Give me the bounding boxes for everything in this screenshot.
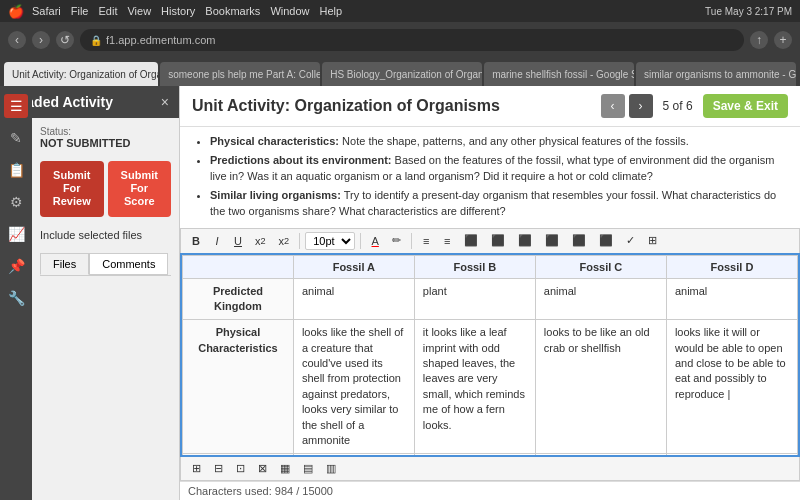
- table-container[interactable]: Fossil A Fossil B Fossil C Fossil D Pred…: [180, 253, 800, 458]
- bottom-table-btn-1[interactable]: ⊞: [187, 460, 206, 477]
- apple-icon: 🍎: [8, 4, 24, 19]
- instruction-1-text: Note the shape, patterns, and any other …: [339, 135, 689, 147]
- instruction-2-bold: Predictions about its environment:: [210, 154, 392, 166]
- cell-physical-a[interactable]: looks like the shell of a creature that …: [293, 320, 414, 454]
- cell-kingdom-d[interactable]: animal: [666, 278, 797, 320]
- align-right-button[interactable]: ⬛: [513, 232, 537, 249]
- underline-button[interactable]: U: [229, 233, 247, 249]
- sidebar-icon-clipboard[interactable]: 📋: [4, 158, 28, 182]
- files-tab[interactable]: Files: [40, 253, 89, 275]
- col-header-empty: [183, 255, 294, 278]
- sidebar-icon-menu[interactable]: ☰: [4, 94, 28, 118]
- toolbar-sep-3: [411, 233, 412, 249]
- next-page-button[interactable]: ›: [629, 94, 653, 118]
- toolbar-sep-2: [360, 233, 361, 249]
- status-section: Status: NOT SUBMITTED: [40, 126, 171, 149]
- indent-button[interactable]: ⬛: [567, 232, 591, 249]
- table-button[interactable]: ⊞: [643, 232, 662, 249]
- unordered-list-button[interactable]: ≡: [417, 233, 435, 249]
- row-label-physical: Physical Characteristics: [183, 320, 294, 454]
- prev-page-button[interactable]: ‹: [601, 94, 625, 118]
- share-button[interactable]: ↑: [750, 31, 768, 49]
- submit-for-score-button[interactable]: Submit ForScore: [108, 161, 172, 217]
- refresh-button[interactable]: ↺: [56, 31, 74, 49]
- menu-safari[interactable]: Safari: [32, 5, 61, 17]
- char-count-bar: Characters used: 984 / 15000: [180, 481, 800, 500]
- menu-file[interactable]: File: [71, 5, 89, 17]
- status-badge: NOT SUBMITTED: [40, 137, 171, 149]
- cell-kingdom-c[interactable]: animal: [535, 278, 666, 320]
- sidebar-icon-tool[interactable]: 🔧: [4, 286, 28, 310]
- align-left-button[interactable]: ⬛: [459, 232, 483, 249]
- nav-arrows: ‹ › 5 of 6 Save & Exit: [601, 94, 788, 118]
- sidebar-icon-pin[interactable]: 📌: [4, 254, 28, 278]
- editor-toolbar: B I U x2 x2 10pt 12pt 14pt A ✏ ≡ ≡ ⬛ ⬛ ⬛…: [180, 228, 800, 253]
- align-center-button[interactable]: ⬛: [486, 232, 510, 249]
- tab-3-label: marine shellfish fossil - Google Search: [492, 69, 634, 80]
- col-header-fossil-c: Fossil C: [535, 255, 666, 278]
- main-layout: ☰ ✎ 📋 ⚙ 📈 📌 🔧 Graded Activity × Status: …: [0, 86, 800, 500]
- browser-chrome: ‹ › ↺ 🔒 f1.app.edmentum.com ↑ +: [0, 22, 800, 58]
- bottom-table-btn-7[interactable]: ▥: [321, 460, 341, 477]
- outdent-button[interactable]: ⬛: [594, 232, 618, 249]
- col-header-fossil-b: Fossil B: [414, 255, 535, 278]
- formula-button[interactable]: ✓: [621, 232, 640, 249]
- back-button[interactable]: ‹: [8, 31, 26, 49]
- bold-button[interactable]: B: [187, 233, 205, 249]
- bottom-table-btn-2[interactable]: ⊟: [209, 460, 228, 477]
- menu-view[interactable]: View: [127, 5, 151, 17]
- menu-history[interactable]: History: [161, 5, 195, 17]
- menu-help[interactable]: Help: [320, 5, 343, 17]
- sidebar-close-button[interactable]: ×: [161, 94, 169, 110]
- sidebar-icon-chart[interactable]: 📈: [4, 222, 28, 246]
- ordered-list-button[interactable]: ≡: [438, 233, 456, 249]
- menu-bookmarks[interactable]: Bookmarks: [205, 5, 260, 17]
- bottom-table-btn-5[interactable]: ▦: [275, 460, 295, 477]
- sidebar-icon-edit[interactable]: ✎: [4, 126, 28, 150]
- menu-window[interactable]: Window: [270, 5, 309, 17]
- font-size-select[interactable]: 10pt 12pt 14pt: [305, 232, 355, 250]
- menu-edit[interactable]: Edit: [98, 5, 117, 17]
- system-time: Tue May 3 2:17 PM: [705, 6, 792, 17]
- lock-icon: 🔒: [90, 35, 102, 46]
- tabs-bar: Unit Activity: Organization of Organisms…: [0, 58, 800, 86]
- bottom-table-btn-6[interactable]: ▤: [298, 460, 318, 477]
- comments-tab[interactable]: Comments: [89, 253, 168, 275]
- tab-0[interactable]: Unit Activity: Organization of Organisms: [4, 62, 158, 86]
- submit-for-review-button[interactable]: Submit ForReview: [40, 161, 104, 217]
- sidebar-icon-gear[interactable]: ⚙: [4, 190, 28, 214]
- save-exit-button[interactable]: Save & Exit: [703, 94, 788, 118]
- page-title: Unit Activity: Organization of Organisms: [192, 97, 500, 115]
- file-tabs: Files Comments: [40, 253, 171, 276]
- cell-physical-d[interactable]: looks like it will or would be able to o…: [666, 320, 797, 454]
- tab-4[interactable]: similar organisms to ammonite - Google..…: [636, 62, 796, 86]
- bottom-table-btn-4[interactable]: ⊠: [253, 460, 272, 477]
- cell-kingdom-b[interactable]: plant: [414, 278, 535, 320]
- forward-button[interactable]: ›: [32, 31, 50, 49]
- superscript-button[interactable]: x2: [250, 233, 271, 249]
- content-header: Unit Activity: Organization of Organisms…: [180, 86, 800, 127]
- instructions: Physical characteristics: Note the shape…: [180, 127, 800, 228]
- char-count: Characters used: 984 / 15000: [188, 485, 333, 497]
- bottom-table-btn-3[interactable]: ⊡: [231, 460, 250, 477]
- cell-physical-b[interactable]: it looks like a leaf imprint with odd sh…: [414, 320, 535, 454]
- tab-4-label: similar organisms to ammonite - Google..…: [644, 69, 796, 80]
- sidebar-body: Status: NOT SUBMITTED Submit ForReview S…: [32, 118, 179, 284]
- align-justify-button[interactable]: ⬛: [540, 232, 564, 249]
- font-color-button[interactable]: A: [366, 233, 384, 249]
- address-bar[interactable]: 🔒 f1.app.edmentum.com: [80, 29, 744, 51]
- tab-3[interactable]: marine shellfish fossil - Google Search: [484, 62, 634, 86]
- toolbar-sep-1: [299, 233, 300, 249]
- new-tab-button[interactable]: +: [774, 31, 792, 49]
- cell-physical-c[interactable]: looks to be like an old crab or shellfis…: [535, 320, 666, 454]
- highlight-button[interactable]: ✏: [387, 232, 406, 249]
- tab-2[interactable]: HS Biology_Organization of Organisms_V..…: [322, 62, 482, 86]
- table-row-physical: Physical Characteristics looks like the …: [183, 320, 798, 454]
- sidebar-icon-strip: ☰ ✎ 📋 ⚙ 📈 📌 🔧: [0, 86, 32, 500]
- url-text: f1.app.edmentum.com: [106, 34, 215, 46]
- italic-button[interactable]: I: [208, 233, 226, 249]
- subscript-button[interactable]: x2: [274, 233, 295, 249]
- menu-bar: Safari File Edit View History Bookmarks …: [32, 5, 342, 17]
- cell-kingdom-a[interactable]: animal: [293, 278, 414, 320]
- tab-1[interactable]: someone pls help me Part A: Collect Dat.…: [160, 62, 320, 86]
